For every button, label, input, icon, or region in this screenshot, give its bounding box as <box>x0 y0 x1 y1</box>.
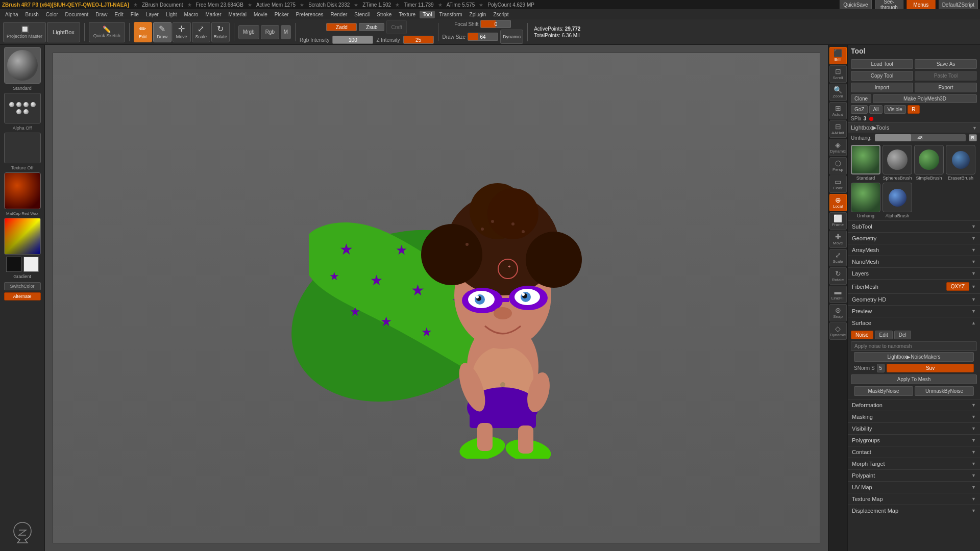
zsub-slider[interactable]: Zsub <box>359 23 384 31</box>
canvas-area[interactable]: ★ ★ ★ ★ ★ ★ ★ ★ ★ ★ ★ <box>45 45 828 551</box>
menu-stroke[interactable]: Stroke <box>374 11 395 18</box>
texture-map-button[interactable]: Texture Map ▼ <box>848 493 980 505</box>
brush-thumb-eraser[interactable]: EraserBrush <box>946 145 975 181</box>
del-button[interactable]: Del <box>894 331 911 339</box>
menu-tool[interactable]: Tool <box>420 11 435 18</box>
apply-to-mesh-button[interactable]: Apply To Mesh <box>851 374 977 384</box>
menu-draw[interactable]: Draw <box>92 11 110 18</box>
menu-marker[interactable]: Marker <box>202 11 224 18</box>
preview-button[interactable]: Preview ▼ <box>848 305 980 317</box>
actual-button[interactable]: ⊞ Actual <box>829 102 847 119</box>
menu-macro[interactable]: Macro <box>181 11 202 18</box>
brill-button[interactable]: ⬛ Brill <box>829 47 847 64</box>
nanomesh-button[interactable]: NanoMesh ▼ <box>848 256 980 267</box>
focal-shift-slider[interactable]: 0 <box>480 20 511 28</box>
menu-color[interactable]: Color <box>43 11 61 18</box>
brush-preview[interactable] <box>4 47 41 84</box>
scale-button[interactable]: ⤢ Scale <box>192 22 210 42</box>
edit-button[interactable]: ✏ Edit <box>134 22 152 42</box>
menu-preferences[interactable]: Preferences <box>293 11 327 18</box>
rotate-strip-button[interactable]: ↻ Rotate <box>829 267 847 285</box>
menu-edit[interactable]: Edit <box>112 11 127 18</box>
make-polymesh3d-button[interactable]: Make PolyMesh3D <box>873 94 977 103</box>
swatch-white[interactable] <box>23 257 39 272</box>
alternate-button[interactable]: Alternate <box>4 292 41 300</box>
umhang-slider[interactable]: 48 <box>875 134 966 141</box>
clone-button[interactable]: Clone <box>851 94 871 103</box>
brush-thumb-alpha[interactable]: AlphaBrush <box>883 183 912 218</box>
menu-file[interactable]: File <box>128 11 142 18</box>
menu-alpha[interactable]: Alpha <box>2 11 21 18</box>
dynamic-btn[interactable]: ◈ Dynamic <box>829 139 847 156</box>
geometry-button[interactable]: Geometry ▼ <box>848 232 980 244</box>
layers-button[interactable]: Layers ▼ <box>848 267 980 279</box>
unmask-by-noise-button[interactable]: UnmaskByNoise <box>915 386 974 396</box>
floor-button[interactable]: ▭ Floor <box>829 176 847 193</box>
visibility-button[interactable]: Visibility ▼ <box>848 422 980 434</box>
paste-tool-button[interactable]: Paste Tool <box>915 71 977 81</box>
xyz-button[interactable]: QXYZ <box>946 282 969 291</box>
brush-thumb-standard[interactable]: Standard <box>851 145 880 181</box>
r-button[interactable]: R <box>908 105 920 114</box>
texture-preview[interactable] <box>4 133 41 163</box>
surface-section-button[interactable]: Surface ▲ <box>848 317 980 329</box>
draw-size-slider[interactable]: 64 <box>468 33 498 41</box>
mrgb-button[interactable]: Mrgb <box>238 25 259 39</box>
lightbox-button[interactable]: LightBox <box>47 22 80 42</box>
move-button[interactable]: ✛ Move <box>173 22 191 42</box>
lightbox-tools-header[interactable]: Lightbox▶Tools ▼ <box>848 122 980 133</box>
draw-button[interactable]: ✎ Draw <box>153 22 172 42</box>
zoom-button[interactable]: 🔍 Zoom <box>829 84 847 101</box>
brush-thumb-simple[interactable]: SimpleBrush <box>914 145 944 181</box>
contact-button[interactable]: Contact ▼ <box>848 446 980 458</box>
brush-thumb-spheres[interactable]: SpheresBrush <box>883 145 912 181</box>
menu-movie[interactable]: Movie <box>251 11 271 18</box>
polypaint-button[interactable]: Polypaint ▼ <box>848 469 980 481</box>
menu-texture[interactable]: Texture <box>396 11 419 18</box>
rotate-button[interactable]: ↻ Rotate <box>211 22 230 42</box>
subtool-button[interactable]: SubTool ▼ <box>848 220 980 232</box>
linepill-button[interactable]: ▬ LineFill <box>829 286 847 303</box>
menu-brush[interactable]: Brush <box>22 11 42 18</box>
projection-master-button[interactable]: 🔲 Projection Master <box>3 22 46 42</box>
color-swatch[interactable] <box>4 218 41 255</box>
menu-light[interactable]: Light <box>163 11 180 18</box>
menu-material[interactable]: Material <box>226 11 250 18</box>
deformation-button[interactable]: Deformation ▼ <box>848 399 980 411</box>
menu-transform[interactable]: Transform <box>436 11 465 18</box>
displacement-map-button[interactable]: Displacement Map ▼ <box>848 505 980 516</box>
canvas-inner[interactable]: ★ ★ ★ ★ ★ ★ ★ ★ ★ ★ ★ <box>53 53 820 543</box>
aahalf-button[interactable]: ⊟ AAHalf <box>829 120 847 138</box>
zadd-slider[interactable]: Zadd <box>326 23 357 31</box>
rgb-intensity-slider[interactable]: 100 <box>332 36 373 44</box>
alpha-preview[interactable] <box>4 93 41 123</box>
edit-noise-button[interactable]: Edit <box>875 331 893 339</box>
move-strip-button[interactable]: ✚ Move <box>829 231 847 248</box>
dynamic2-button[interactable]: ◇ Dynamic <box>829 322 847 340</box>
polygroups-button[interactable]: Polygroups ▼ <box>848 434 980 446</box>
morph-target-button[interactable]: Morph Target ▼ <box>848 458 980 469</box>
menu-layer[interactable]: Layer <box>143 11 162 18</box>
lightbox-noise-button[interactable]: Lightbox▶NoiseMakers <box>854 352 974 362</box>
scale-strip-button[interactable]: ⤢ Scale <box>829 249 847 266</box>
switch-color-button[interactable]: SwitchColor <box>4 282 41 290</box>
m-toggle-button[interactable]: M <box>281 25 291 39</box>
uv-map-button[interactable]: UV Map ▼ <box>848 481 980 493</box>
umhang-r-button[interactable]: R <box>969 134 977 141</box>
masking-button[interactable]: Masking ▼ <box>848 411 980 422</box>
fibermesh-row[interactable]: FiberMesh QXYZ ▼ <box>848 279 980 293</box>
noise-button[interactable]: Noise <box>851 331 873 339</box>
geometry-hd-button[interactable]: Geometry HD ▼ <box>848 293 980 305</box>
menu-picker[interactable]: Picker <box>272 11 292 18</box>
menu-zplugin[interactable]: Zplugin <box>467 11 489 18</box>
dynamic-button[interactable]: Dynamic <box>500 30 523 44</box>
save-as-button[interactable]: Save As <box>915 59 977 69</box>
goz-button[interactable]: GoZ <box>851 105 868 114</box>
load-tool-button[interactable]: Load Tool <box>851 59 913 69</box>
menu-render[interactable]: Render <box>328 11 351 18</box>
craft-button[interactable]: Craft <box>386 20 407 34</box>
import-button[interactable]: Import <box>851 83 913 92</box>
frame-button[interactable]: ⬜ Frame <box>829 212 847 230</box>
menu-zscript[interactable]: Zscript <box>490 11 511 18</box>
material-preview[interactable] <box>4 172 41 209</box>
